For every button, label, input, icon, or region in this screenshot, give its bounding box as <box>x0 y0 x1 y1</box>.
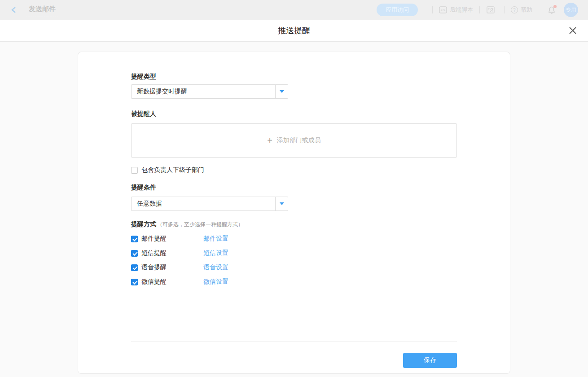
avatar[interactable]: 专用 <box>564 3 578 17</box>
question-mark-icon: ? <box>511 6 518 13</box>
reminder-type-select[interactable]: 新数据提交时提醒 <box>131 84 288 99</box>
modal-header: 推送提醒 <box>0 20 588 42</box>
sms-checkbox[interactable] <box>131 250 138 257</box>
methods-label-text: 提醒方式 <box>131 220 156 228</box>
wechat-settings-link[interactable]: 微信设置 <box>203 278 228 286</box>
close-icon[interactable] <box>567 25 578 36</box>
dropdown-caret-cell <box>275 85 288 98</box>
save-button[interactable]: 保存 <box>403 353 457 368</box>
backend-script-label: 后端脚本 <box>450 6 473 14</box>
email-checkbox[interactable] <box>131 236 138 242</box>
method-label: 语音提醒 <box>141 263 203 272</box>
method-row-voice: 语音提醒 语音设置 <box>131 263 457 272</box>
method-label: 邮件提醒 <box>141 235 203 243</box>
voice-checkbox[interactable] <box>131 264 138 271</box>
method-label: 微信提醒 <box>141 278 203 286</box>
condition-label: 提醒条件 <box>131 183 457 192</box>
push-reminder-card: 提醒类型 新数据提交时提醒 被提醒人 + 添加部门或成员 包含负责人下级子部门 … <box>78 52 510 374</box>
methods-note: （可多选，至少选择一种提醒方式） <box>157 221 243 228</box>
code-script-icon: </> <box>439 6 447 14</box>
include-sub-label: 包含负责人下级子部门 <box>141 166 204 174</box>
caret-down-icon <box>280 202 284 205</box>
voice-settings-link[interactable]: 语音设置 <box>203 263 228 272</box>
backend-script-button[interactable]: </> 后端脚本 <box>439 6 473 14</box>
email-settings-link[interactable]: 邮件设置 <box>203 235 228 243</box>
back-chevron-icon[interactable] <box>10 5 19 14</box>
save-row: 保存 <box>131 353 457 368</box>
reminded-people-label: 被提醒人 <box>131 109 457 118</box>
methods-label: 提醒方式（可多选，至少选择一种提醒方式） <box>131 219 457 229</box>
svg-text:</>: </> <box>440 8 446 12</box>
sms-settings-link[interactable]: 短信设置 <box>203 249 228 257</box>
methods-list: 邮件提醒 邮件设置 短信提醒 短信设置 语音提醒 语音设置 微信提醒 微信设置 <box>131 234 457 286</box>
wechat-checkbox[interactable] <box>131 279 138 285</box>
plus-icon: + <box>267 136 272 145</box>
method-row-email: 邮件提醒 邮件设置 <box>131 234 457 243</box>
member-card-icon <box>486 6 495 14</box>
method-row-wechat: 微信提醒 微信设置 <box>131 277 457 286</box>
method-row-sms: 短信提醒 短信设置 <box>131 249 457 258</box>
include-sub-departments-row: 包含负责人下级子部门 <box>131 166 457 175</box>
condition-value: 任意数据 <box>132 197 275 210</box>
notification-bell-button[interactable] <box>548 6 556 14</box>
notification-dot <box>553 5 557 8</box>
bottom-divider <box>131 342 457 342</box>
reminder-type-value: 新数据提交时提醒 <box>132 85 275 98</box>
reminder-type-label: 提醒类型 <box>131 72 457 81</box>
topbar-divider <box>432 6 433 13</box>
add-members-placeholder: 添加部门或成员 <box>277 136 321 145</box>
method-label: 短信提醒 <box>141 249 203 257</box>
topbar: 发送邮件 应用访问 </> 后端脚本 ? 帮助 专用 <box>0 0 588 20</box>
topbar-divider <box>479 6 480 13</box>
help-button[interactable]: ? 帮助 <box>511 6 532 14</box>
document-title[interactable]: 发送邮件 <box>26 4 58 16</box>
add-members-box[interactable]: + 添加部门或成员 <box>131 123 457 158</box>
condition-select[interactable]: 任意数据 <box>131 197 288 211</box>
invite-member-button[interactable] <box>486 6 498 14</box>
topbar-divider <box>504 6 505 13</box>
caret-down-icon <box>280 90 284 93</box>
dropdown-caret-cell <box>275 197 288 210</box>
help-label: 帮助 <box>521 6 532 14</box>
modal-title: 推送提醒 <box>278 25 310 36</box>
include-sub-checkbox[interactable] <box>131 167 138 174</box>
app-access-button[interactable]: 应用访问 <box>377 4 418 16</box>
